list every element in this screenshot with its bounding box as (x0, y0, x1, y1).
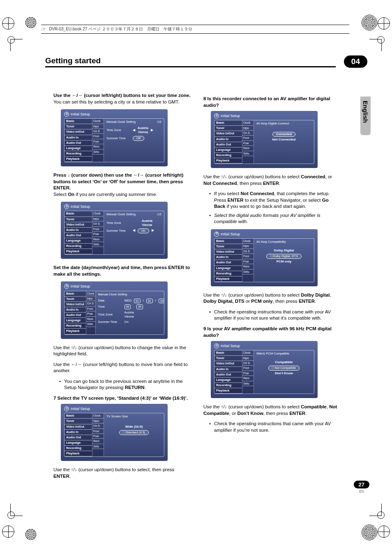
osd-menu-item: Fron (92, 227, 104, 232)
osd-menu-item: Language (65, 318, 86, 323)
b-ret-c: . (145, 385, 146, 390)
osd-menu-item: Fron (242, 136, 254, 140)
osd-menu-item: Inpu (242, 244, 254, 249)
bookline-text: DVR-03_EU.book 27 ページ ２００３年７月２８日 月曜日 午後７… (49, 26, 192, 32)
osd-menu-item: Setu (242, 269, 254, 274)
r2e: or (244, 299, 251, 304)
cropmark-tl (10, 39, 23, 51)
osd-menu-item: Clock (92, 119, 104, 124)
osd-menu-item: Pow (242, 259, 254, 264)
osd-tz-label: Time Zone (106, 128, 130, 132)
osd-st-label: Summer Time (106, 229, 130, 233)
osd-menu-item: Setu (92, 444, 104, 449)
right-arrow-icon: ▶ (152, 228, 154, 233)
r2g: , then press (273, 299, 299, 304)
osd-menu-item: Setu (92, 150, 104, 154)
r1e: , then press (237, 181, 263, 186)
cropmark-bl (10, 504, 23, 516)
bookline: ☞ DVR-03_EU.book 27 ページ ２００３年７月２８日 月曜日 午… (41, 25, 349, 34)
osd-menu-item: Inpu (92, 124, 104, 129)
chapter-badge: 04 (344, 55, 367, 68)
crop-reg-bl (2, 525, 14, 538)
r1b: Connected (301, 174, 325, 179)
osd-title: Initial Setup (71, 112, 90, 117)
osd-heading: AV Amp Digital Connect (256, 122, 289, 126)
osd-menu-item: Video In/Out (214, 361, 242, 366)
osd-menu-item: Video In/Out (65, 302, 86, 307)
r1a: Use the ↑/↓ (cursor up/down) buttons to … (203, 174, 301, 179)
osd-menu-item: Setu (92, 242, 104, 247)
gear-icon: ⚙ (64, 406, 69, 411)
osd-menu-item: Language (65, 440, 92, 446)
osd-opt-connected: Connected (272, 132, 296, 137)
r1f: ENTER (263, 181, 279, 186)
osd-menu-item: Audio Out (65, 233, 92, 238)
osd-menu-item: Audio Out (214, 260, 242, 265)
r2a: Use the ↑/↓ (cursor up/down) buttons to … (203, 292, 301, 297)
osd-tz-city: Vienna (138, 130, 148, 134)
gear-icon: ⚙ (64, 284, 69, 289)
osd-menu-item: Audio In (65, 228, 92, 233)
osd-menu-item: Playback (65, 249, 92, 254)
osd-menu-item: Language (214, 378, 242, 383)
osd-menu-item: Pow (242, 371, 254, 376)
osd-menu-item: On S (92, 129, 104, 134)
osd-heading: Manual Clock Setting (106, 120, 136, 124)
osd-menu-item: Tuner (214, 126, 242, 131)
osd-page: 1/2 (157, 212, 161, 216)
osd-opt-wide: Wide (16:9) (124, 425, 145, 429)
gear-icon: ⚙ (214, 113, 219, 118)
osd-menu-item: Clock (86, 291, 95, 296)
osd-menu-item: Pow (92, 139, 104, 144)
page-lang: En (354, 489, 369, 493)
osd-menu-item: Setu (242, 381, 254, 386)
osd-tvscreen: ⚙Initial Setup BasicTunerVideo In/OutAud… (61, 404, 168, 461)
osd-date-label: Date (98, 299, 122, 303)
osd-menu: BasicTunerVideo In/OutAudio InAudio OutL… (65, 413, 92, 456)
osd-menu: BasicTunerVideo In/OutAudio InAudio OutL… (65, 119, 92, 162)
osd-st-value: On (138, 228, 149, 233)
b1e: to exit the Setup Navigator, or select (244, 198, 322, 203)
osd-opt-dontknow: Don't Know (273, 371, 295, 376)
step-st-a: Select (53, 192, 68, 197)
osd-menu: BasicTunerVideo In/OutAudio InAudio OutL… (214, 350, 242, 394)
osd-opt-dddts: □ Dolby Digital, DTS (266, 254, 302, 259)
osd-menu-item: Audio In (214, 255, 242, 260)
osd-page: 2/2 (164, 292, 164, 297)
osd-page: 1/2 (157, 120, 161, 124)
osd-menu-item: Tuner (65, 124, 92, 129)
osd-menu-item: Rem (242, 146, 254, 151)
b-ret-b: RETURN (125, 385, 145, 390)
osd-menu-item: Audio In (65, 135, 92, 140)
osd-menu-item: Rem (92, 144, 104, 149)
bullet-check-amp1: Check the operating instructions that ca… (209, 309, 341, 322)
osd-menu-item: Clock (242, 239, 254, 244)
osd-menu-item: Audio Out (65, 435, 92, 440)
bullet-return: You can go back to the previous screen a… (59, 378, 191, 391)
step-tz-text: You can set this by selecting a city or … (53, 99, 179, 104)
osd-menu-item: Basic (65, 413, 92, 419)
r2i: . (315, 299, 316, 304)
r3h: ENTER (289, 411, 305, 416)
p-updown: Use the ↑/↓ (cursor up/down) buttons to … (53, 345, 191, 357)
cropmark-br (369, 504, 382, 516)
gear-icon: ⚙ (64, 112, 69, 117)
osd-menu-item: Recording (65, 446, 92, 451)
crop-reg-tr (378, 17, 390, 30)
p-leftright: Use the ←/→ (cursor left/right) buttons … (53, 362, 191, 374)
osd-menu-item: Pow (242, 141, 254, 146)
osd-menu-item: Tuner (214, 356, 242, 361)
step-st-bold: Press ↓ (cursor down) then use the ←/→ (… (53, 173, 183, 190)
osd-menu-item: Inpu (86, 296, 95, 301)
osd-heading: 96kHz PCM Compatible (256, 352, 289, 356)
osd-summertime: ⚙Initial Setup BasicTunerVideo In/OutAud… (61, 202, 168, 259)
page-content: Use the ←/→ (cursor left/right) buttons … (53, 92, 341, 484)
osd-tz-city: Vienna (142, 223, 152, 227)
p6c: . (69, 474, 71, 479)
osd-menu-item: Pow (92, 232, 104, 237)
osd-submenu: ClockInpuOn SFronPowRemSetu (242, 350, 254, 394)
r1d: Not Connected (203, 181, 237, 186)
osd-title: Initial Setup (71, 406, 90, 411)
osd-menu-item: On S (242, 361, 254, 366)
osd-menu-item: On S (242, 131, 254, 136)
